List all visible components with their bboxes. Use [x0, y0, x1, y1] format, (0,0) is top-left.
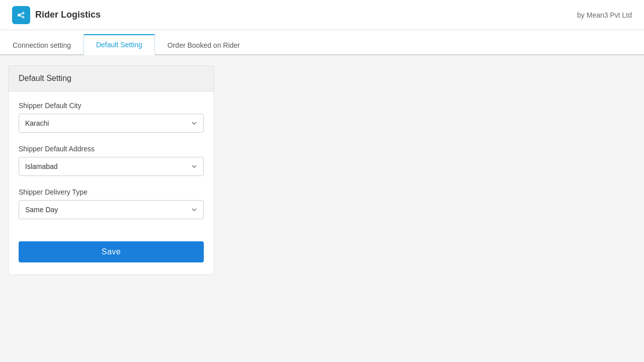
svg-line-4 — [21, 16, 23, 17]
svg-line-3 — [21, 14, 23, 15]
label-delivery-type: Shipper Delivery Type — [19, 188, 204, 196]
tab-order-booked[interactable]: Order Booked on Rider — [155, 34, 253, 55]
tabs-bar: Connection setting Default Setting Order… — [0, 30, 644, 55]
card-title: Default Setting — [9, 66, 214, 92]
main-content: Default Setting Shipper Default City Kar… — [0, 55, 644, 362]
save-button[interactable]: Save — [19, 241, 204, 262]
svg-point-1 — [22, 12, 25, 14]
select-delivery-type[interactable]: Same Day Next Day Express Economy — [19, 200, 204, 219]
tab-connection[interactable]: Connection setting — [0, 34, 84, 55]
svg-point-2 — [22, 16, 25, 18]
app-logo — [12, 6, 30, 24]
tab-default-setting[interactable]: Default Setting — [84, 34, 155, 55]
label-city: Shipper Default City — [19, 102, 204, 110]
select-city[interactable]: Karachi Lahore Islamabad Peshawar Quetta — [19, 114, 204, 133]
settings-card: Default Setting Shipper Default City Kar… — [8, 65, 214, 275]
form-group-delivery-type: Shipper Delivery Type Same Day Next Day … — [19, 188, 204, 219]
header-by-text: by Mean3 Pvt Ltd — [577, 11, 632, 19]
app-title: Rider Logistics — [35, 10, 101, 20]
form-group-address: Shipper Default Address Islamabad Karach… — [19, 145, 204, 176]
app-header: Rider Logistics by Mean3 Pvt Ltd — [0, 0, 644, 30]
svg-point-0 — [18, 14, 21, 17]
card-body: Shipper Default City Karachi Lahore Isla… — [9, 92, 214, 241]
form-group-city: Shipper Default City Karachi Lahore Isla… — [19, 102, 204, 133]
label-address: Shipper Default Address — [19, 145, 204, 153]
header-left: Rider Logistics — [12, 6, 101, 24]
select-address[interactable]: Islamabad Karachi Lahore Peshawar Quetta — [19, 157, 204, 176]
